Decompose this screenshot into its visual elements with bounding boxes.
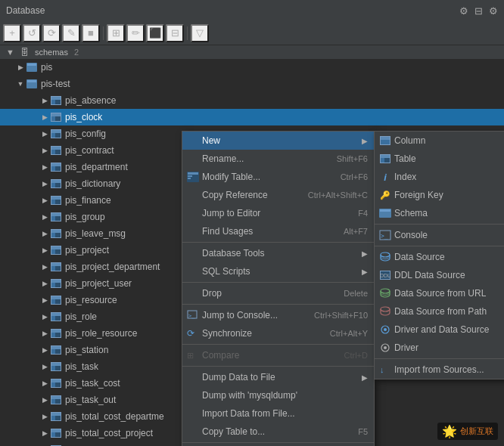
tree-label: pis_total_cost_departme — [65, 411, 164, 422]
sync-btn[interactable]: ⟳ — [42, 24, 61, 42]
menu-item-rename[interactable]: Rename... Shift+F6 — [182, 150, 374, 168]
menu-item-dump-mysql[interactable]: Dump with 'mysqldump' — [182, 386, 374, 404]
tree-label: pis_role — [65, 311, 97, 322]
arrow-icon: ▶ — [39, 328, 50, 339]
arrow-icon: ▶ — [39, 162, 50, 172]
block-btn[interactable]: ⬛ — [146, 24, 164, 42]
submenu-item-import-sources[interactable]: ↓ Import from Sources... — [375, 361, 504, 379]
table-icon — [50, 410, 62, 423]
window-title: Database — [6, 5, 45, 16]
table-icon — [50, 161, 62, 173]
submenu-item-data-source[interactable]: Data Source — [375, 248, 504, 266]
submenu-arrow-icon: ▶ — [362, 249, 368, 258]
svg-text:🔑: 🔑 — [380, 190, 390, 200]
separator — [182, 366, 374, 367]
menu-item-new[interactable]: New ▶ — [182, 132, 374, 150]
tree-label: pis_clock — [65, 112, 102, 122]
submenu-item-schema[interactable]: Schema — [375, 204, 504, 222]
modify-icon — [187, 171, 199, 183]
menu-item-jump-editor[interactable]: Jump to Editor F4 — [182, 204, 374, 222]
separator — [182, 442, 374, 443]
table-icon — [50, 194, 62, 206]
menu-item-copy-reference[interactable]: Copy Reference Ctrl+Alt+Shift+C — [182, 186, 374, 204]
submenu-item-column[interactable]: Column — [375, 132, 504, 150]
svg-point-23 — [384, 346, 387, 349]
tree-label: pis-test — [41, 79, 70, 89]
dump-icon — [187, 371, 199, 383]
new-icon — [187, 135, 199, 147]
submenu-label: Table — [394, 153, 416, 164]
tree-label: pis_department — [65, 162, 128, 172]
menu-label: Find Usages — [202, 226, 253, 237]
tree-item-pis[interactable]: ▶ pis — [0, 59, 504, 76]
menu-item-modify-table[interactable]: Modify Table... Ctrl+F6 — [182, 168, 374, 186]
tree-label: pis — [41, 62, 52, 73]
menu-item-import-data[interactable]: Import Data from File... — [182, 404, 374, 423]
arrow-icon: ▶ — [39, 428, 50, 438]
schema-expand[interactable]: ▼ — [6, 48, 14, 57]
ddl-icon: DDL — [379, 269, 391, 281]
tree-item-pis_absence[interactable]: ▶ pis_absence — [0, 92, 504, 109]
edit-btn[interactable]: ✎ — [62, 24, 80, 42]
refresh-btn[interactable]: ↺ — [23, 24, 41, 42]
settings-icon[interactable]: ⚙ — [459, 5, 468, 17]
menu-item-find-usages[interactable]: Find Usages Alt+F7 — [182, 222, 374, 240]
main-panel: ▼ 🗄 schemas 2 ▶ pis ▼ pis-test ▶ pis_ab — [0, 45, 504, 446]
menu-item-copy-table[interactable]: Copy Table to... F5 — [182, 423, 374, 441]
submenu-item-console[interactable]: >_ Console — [375, 226, 504, 244]
submenu-item-data-source-url[interactable]: Data Source from URL — [375, 284, 504, 302]
tree-item-pis_clock[interactable]: ▶ pis_clock — [0, 109, 504, 125]
table-icon — [50, 311, 62, 323]
svg-text:↓: ↓ — [380, 365, 384, 374]
menu-item-synchronize[interactable]: ⟳ Synchronize Ctrl+Alt+Y — [182, 324, 374, 342]
separator2 — [187, 26, 188, 40]
pen-btn[interactable]: ✏ — [126, 24, 145, 42]
submenu-arrow-icon: ▶ — [362, 268, 368, 276]
driver2-icon — [379, 342, 391, 354]
sync-icon: ⟳ — [187, 327, 199, 339]
submenu-item-table[interactable]: Table — [375, 150, 504, 168]
import-icon — [187, 407, 199, 420]
schema-bar: ▼ 🗄 schemas 2 — [0, 45, 504, 59]
menu-label: Database Tools — [202, 248, 265, 259]
menu-item-compare[interactable]: ⊞ Compare Ctrl+D — [182, 346, 374, 364]
shortcut-text: Ctrl+D — [344, 351, 368, 360]
shortcut-text: Ctrl+Shift+F10 — [314, 311, 368, 320]
find-icon — [187, 225, 199, 237]
gear2-icon[interactable]: ⚙ — [489, 5, 498, 17]
title-icons: ⚙ ⊟ ⚙ — [459, 5, 498, 17]
submenu-item-driver-and-data-source[interactable]: Driver and Data Source — [375, 321, 504, 339]
pin-icon[interactable]: ⊟ — [474, 5, 483, 17]
submenu-item-index[interactable]: i Index — [375, 168, 504, 186]
watermark-icon: 🌟 — [442, 424, 457, 438]
menu-item-sql-scripts[interactable]: SQL Scripts ▶ — [182, 262, 374, 280]
submenu-item-ddl-data-source[interactable]: DDL DDL Data Source — [375, 266, 504, 284]
shortcut-text: Delete — [344, 289, 368, 298]
menu-item-database-tools[interactable]: Database Tools ▶ — [182, 244, 374, 262]
filter-btn[interactable]: ▽ — [191, 24, 209, 42]
add-btn[interactable]: + — [3, 24, 21, 42]
menu-label: New — [202, 135, 220, 146]
menu-label: Jump to Editor — [202, 208, 260, 218]
stop-btn[interactable]: ■ — [82, 24, 100, 42]
submenu-sep — [375, 246, 504, 246]
arrow-icon: ▶ — [39, 278, 50, 289]
submenu-item-foreign-key[interactable]: 🔑 Foreign Key — [375, 186, 504, 204]
svg-text:⊞: ⊞ — [187, 351, 194, 360]
menu-item-jump-console[interactable]: >_ Jump to Console... Ctrl+Shift+F10 — [182, 306, 374, 324]
menu-item-dump-data[interactable]: Dump Data to File ▶ — [182, 368, 374, 386]
submenu-item-data-source-path[interactable]: Data Source from Path — [375, 302, 504, 321]
submenu-item-driver[interactable]: Driver — [375, 339, 504, 357]
arrow-icon: ▶ — [39, 361, 50, 372]
submenu-label: Data Source from URL — [394, 288, 486, 299]
table-icon — [50, 228, 62, 240]
tree-label: pis_project — [65, 245, 109, 256]
tree-item-pis-test[interactable]: ▼ pis-test — [0, 76, 504, 92]
tree-label: pis_resource — [65, 295, 117, 305]
grid-btn[interactable]: ⊞ — [107, 24, 125, 42]
minus-btn[interactable]: ⊟ — [166, 24, 184, 42]
table-icon — [50, 144, 62, 156]
menu-label: Modify Table... — [202, 172, 260, 182]
menu-item-drop[interactable]: Drop Delete — [182, 284, 374, 302]
watermark-text: 创新互联 — [460, 426, 493, 437]
